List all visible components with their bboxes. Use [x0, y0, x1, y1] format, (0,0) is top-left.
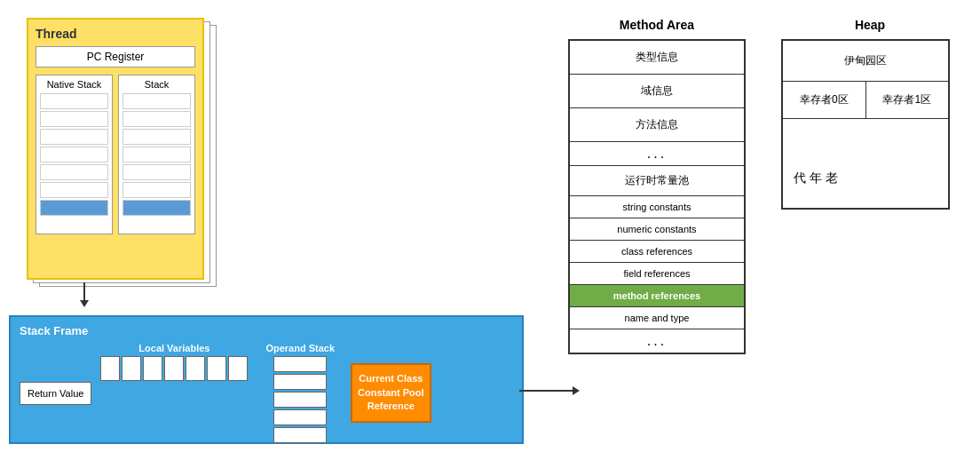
native-stack-row7	[40, 200, 108, 216]
lv-cell1	[100, 356, 120, 381]
method-area-box: 类型信息 域信息 方法信息 ... 运行时常量池 string constant…	[568, 39, 746, 354]
ma-cell-dots1: ...	[570, 142, 744, 166]
stackframe-section: Stack Frame Return Value Local Variables	[9, 315, 524, 444]
return-value-label: Return Value	[28, 388, 83, 399]
diagram-container: Thread PC Register Native Stack	[0, 0, 980, 460]
local-variables-area: Local Variables	[100, 343, 248, 381]
arrow-line-h	[519, 390, 573, 392]
stack-label: Stack	[122, 79, 191, 90]
heap-box: 伊甸园区 幸存者0区 幸存者1区 老年代	[781, 39, 950, 210]
ma-cell-method-info: 方法信息	[570, 108, 744, 142]
heap-eden-row: 伊甸园区	[783, 41, 948, 82]
lv-cell4	[164, 356, 184, 381]
arrow-head-right	[573, 386, 580, 395]
return-value-box: Return Value	[20, 382, 91, 405]
native-stack-row4	[40, 147, 108, 163]
arrow-line-v	[83, 282, 85, 300]
stackframe-inner: Return Value Local Variables Operand Sta…	[20, 343, 513, 443]
native-stack-label: Native Stack	[40, 79, 108, 90]
ma-cell-dots2: ...	[570, 329, 744, 353]
heap-survivor0-label: 幸存者0区	[800, 93, 849, 106]
method-area-section: Method Area 类型信息 域信息 方法信息 ... 运行时常量池 str…	[568, 18, 746, 354]
os-row3	[273, 392, 327, 408]
heap-section: Heap 伊甸园区 幸存者0区 幸存者1区 老年代	[781, 18, 959, 210]
lv-cells	[100, 356, 248, 381]
ma-cell-type-info: 类型信息	[570, 41, 744, 75]
stack-row3	[122, 129, 191, 145]
stack-row5	[122, 164, 191, 180]
ma-cell-string-constants: string constants	[570, 196, 744, 218]
arrow-down	[80, 282, 89, 307]
ma-cell-field-references: field references	[570, 263, 744, 285]
thread-section: Thread PC Register Native Stack	[27, 18, 213, 293]
heap-title: Heap	[781, 18, 959, 32]
paper-stack: Thread PC Register Native Stack	[27, 18, 213, 293]
os-rows	[273, 356, 327, 443]
os-row5	[273, 427, 327, 443]
native-stack-row5	[40, 164, 108, 180]
stack-row1	[122, 93, 191, 109]
ma-cell-method-references: method references	[570, 285, 744, 307]
local-variables-label: Local Variables	[100, 343, 248, 353]
lv-cell5	[186, 356, 205, 381]
heap-eden-label: 伊甸园区	[844, 53, 887, 68]
lv-cell3	[143, 356, 162, 381]
method-area-title: Method Area	[568, 18, 746, 32]
native-stack-row6	[40, 182, 108, 198]
stack-row4	[122, 147, 191, 163]
lv-cell2	[122, 356, 141, 381]
arrow-right-to-method-area	[519, 386, 580, 395]
stack-row7	[122, 200, 191, 216]
native-stack-row2	[40, 111, 108, 127]
heap-survivor0-cell: 幸存者0区	[783, 82, 866, 118]
arrow-head-down	[80, 300, 89, 307]
current-class-box: Current ClassConstant PoolReference	[351, 363, 431, 422]
stackframe-label: Stack Frame	[20, 324, 513, 337]
ma-cell-class-references: class references	[570, 241, 744, 263]
pc-register-label: PC Register	[87, 51, 145, 63]
heap-old-gen: 老年代	[783, 119, 849, 208]
operand-stack-label: Operand Stack	[265, 343, 335, 353]
stack-row2	[122, 111, 191, 127]
stack-row6	[122, 182, 191, 198]
stacks-row: Native Stack Stack	[36, 75, 195, 234]
ma-cell-name-and-type: name and type	[570, 307, 744, 329]
lv-cell7	[228, 356, 248, 381]
operand-stack-area: Operand Stack	[265, 343, 335, 443]
heap-survivor-row: 幸存者0区 幸存者1区	[783, 82, 948, 119]
os-row4	[273, 409, 327, 425]
heap-old-gen-label: 老年代	[792, 162, 840, 165]
runtime-pool-header: 运行时常量池	[570, 166, 744, 196]
native-stack-row1	[40, 93, 108, 109]
ma-cell-domain-info: 域信息	[570, 75, 744, 108]
pc-register-box: PC Register	[36, 46, 195, 67]
thread-box: Thread PC Register Native Stack	[27, 18, 204, 280]
os-row2	[273, 374, 327, 390]
heap-survivor1-cell: 幸存者1区	[866, 82, 949, 118]
native-stack-row3	[40, 129, 108, 145]
ma-cell-numeric-constants: numeric constants	[570, 218, 744, 241]
heap-survivor1-label: 幸存者1区	[882, 93, 931, 106]
native-stack-box: Native Stack	[36, 75, 113, 234]
thread-label: Thread	[36, 27, 195, 41]
lv-cell6	[207, 356, 226, 381]
os-row1	[273, 356, 327, 372]
stack-box: Stack	[118, 75, 195, 234]
